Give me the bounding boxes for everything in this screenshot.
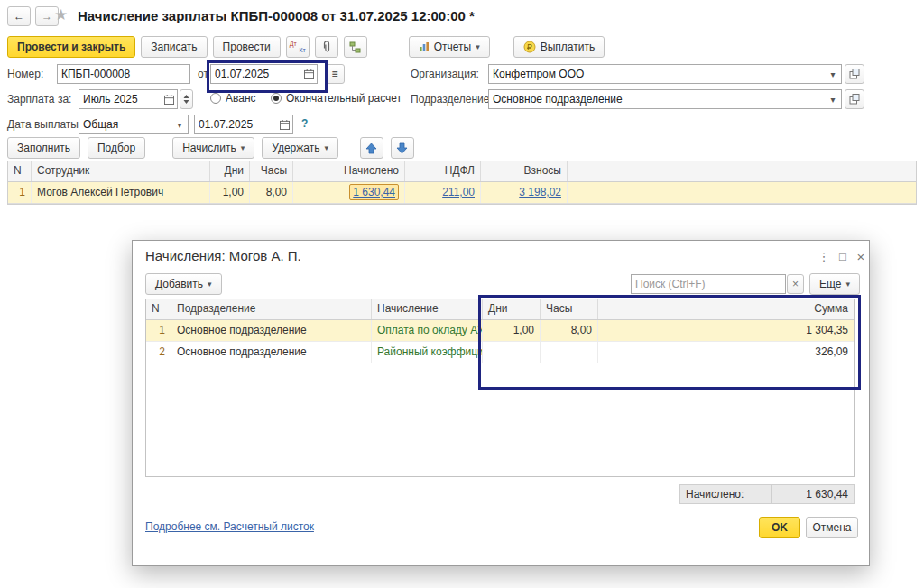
chevron-down-icon[interactable]: ▾ [171, 115, 188, 133]
days-cell[interactable] [483, 342, 541, 363]
department-field[interactable]: ▾ [488, 89, 842, 109]
hours-cell[interactable] [541, 342, 598, 363]
chevron-down-icon[interactable]: ▾ [825, 90, 841, 108]
hours-cell[interactable]: 8,00 [250, 182, 293, 203]
accrual-type-cell[interactable]: Районный коэффициент [372, 342, 483, 363]
dtkt-button[interactable]: ДтКт [286, 36, 310, 58]
move-up-button[interactable] [360, 137, 383, 159]
employee-cell[interactable]: Могов Алексей Петрович [32, 182, 210, 203]
column-header[interactable]: Сумма [598, 299, 854, 319]
stepper-arrows-icon [183, 94, 189, 105]
calendar-icon[interactable] [276, 115, 292, 133]
number-input[interactable] [58, 68, 189, 80]
help-link[interactable]: ? [301, 117, 308, 130]
final-settlement-radio[interactable]: Окончательный расчет [271, 92, 402, 105]
column-header[interactable]: Начислено [293, 161, 405, 181]
period-field[interactable] [79, 89, 178, 109]
column-header[interactable]: Дни [483, 299, 541, 319]
save-button[interactable]: Записать [141, 36, 207, 58]
calendar-icon[interactable] [161, 90, 177, 108]
column-header[interactable]: N [146, 299, 171, 319]
column-header[interactable]: Начисление [372, 299, 483, 319]
ok-button[interactable]: OK [759, 517, 800, 538]
accrue-button[interactable]: Начислить ▾ [172, 137, 254, 159]
favorite-star-icon[interactable]: ★ [54, 5, 68, 24]
pay-date-field[interactable] [194, 115, 293, 134]
period-input[interactable] [79, 93, 161, 106]
dialog-menu-button[interactable]: ⋮ [816, 248, 832, 264]
add-button[interactable]: Добавить ▾ [145, 273, 222, 295]
pay-button[interactable]: Р Выплатить [513, 36, 605, 58]
accrual-type-cell[interactable]: Оплата по окладу АУП [372, 320, 483, 341]
payslip-details-link[interactable]: Подробнее см. Расчетный листок [145, 520, 314, 533]
sum-cell[interactable]: 326,09 [598, 342, 854, 363]
forward-icon: → [42, 10, 52, 23]
department-cell[interactable]: Основное подразделение [171, 320, 372, 341]
calendar-icon[interactable] [300, 65, 317, 83]
department-input[interactable] [489, 93, 825, 106]
pick-button[interactable]: Подбор [88, 137, 145, 159]
period-label: Зарплата за: [7, 89, 71, 109]
pay-date-kind-field[interactable]: ▾ [79, 115, 189, 134]
column-header[interactable]: Дни [210, 161, 250, 181]
pay-date-input[interactable] [195, 118, 276, 131]
paperclip-icon [320, 41, 332, 53]
dialog-maximize-button[interactable]: □ [835, 248, 851, 264]
accrued-amount-link[interactable]: 1 630,44 [353, 186, 395, 198]
ndfl-cell[interactable]: 211,00 [405, 182, 481, 203]
ndfl-amount-link[interactable]: 211,00 [442, 186, 475, 198]
row-number-cell: 1 [8, 182, 32, 203]
row-number-cell: 1 [146, 320, 171, 341]
chevron-down-icon[interactable]: ▾ [825, 65, 841, 83]
doc-date-input[interactable] [211, 68, 300, 80]
open-link-icon [849, 94, 860, 105]
related-documents-icon [349, 41, 361, 53]
accrued-cell[interactable]: 1 630,44 [293, 182, 405, 203]
sum-cell[interactable]: 1 304,35 [598, 320, 854, 341]
employee-row[interactable]: 1 Могов Алексей Петрович 1,00 8,00 1 630… [8, 182, 916, 204]
department-cell[interactable]: Основное подразделение [171, 342, 372, 363]
number-label: Номер: [7, 64, 43, 84]
withhold-button[interactable]: Удержать ▾ [262, 137, 338, 159]
cancel-button[interactable]: Отмена [806, 517, 858, 538]
search-input[interactable] [632, 278, 785, 290]
pay-date-kind-input[interactable] [79, 118, 171, 131]
column-header[interactable]: N [8, 161, 32, 181]
column-header[interactable]: Подразделение [171, 299, 372, 319]
period-stepper[interactable] [180, 89, 193, 109]
column-header[interactable]: Часы [541, 299, 598, 319]
number-field[interactable] [57, 64, 190, 84]
hours-cell[interactable]: 8,00 [541, 320, 598, 341]
attachments-button[interactable] [315, 36, 338, 58]
search-clear-button[interactable]: × [787, 274, 804, 294]
accrual-row[interactable]: 1 Основное подразделение Оплата по оклад… [146, 320, 854, 342]
add-button-label: Добавить [155, 278, 203, 290]
post-button[interactable]: Провести [213, 36, 281, 58]
contributions-cell[interactable]: 3 198,02 [481, 182, 568, 203]
advance-radio[interactable]: Аванс [210, 92, 256, 105]
reports-button[interactable]: Отчеты ▾ [409, 36, 490, 58]
organization-open-button[interactable] [845, 64, 864, 84]
days-cell[interactable]: 1,00 [483, 320, 541, 341]
move-down-button[interactable] [391, 137, 414, 159]
department-open-button[interactable] [845, 89, 864, 109]
organization-input[interactable] [489, 68, 825, 80]
column-header[interactable]: Сотрудник [32, 161, 210, 181]
fill-button[interactable]: Заполнить [7, 137, 80, 159]
doc-date-field[interactable] [210, 64, 318, 84]
more-actions-button[interactable]: Еще ▾ [809, 273, 860, 295]
accrual-row[interactable]: 2 Основное подразделение Районный коэффи… [146, 342, 854, 363]
salary-accrual-window: ← → ★ Начисление зарплаты КПБП-000008 от… [0, 0, 924, 588]
nav-back-button[interactable]: ← [7, 6, 31, 26]
search-field[interactable] [631, 274, 786, 294]
doc-date-list-button[interactable]: ≡ [325, 64, 345, 84]
column-header[interactable]: НДФЛ [405, 161, 481, 181]
contributions-amount-link[interactable]: 3 198,02 [519, 186, 561, 198]
column-header[interactable]: Часы [250, 161, 293, 181]
dialog-close-button[interactable]: × [853, 248, 869, 264]
column-header[interactable]: Взносы [481, 161, 568, 181]
post-and-close-button[interactable]: Провести и закрыть [7, 36, 135, 58]
days-cell[interactable]: 1,00 [210, 182, 250, 203]
organization-field[interactable]: ▾ [488, 64, 842, 84]
related-documents-button[interactable] [344, 36, 367, 58]
